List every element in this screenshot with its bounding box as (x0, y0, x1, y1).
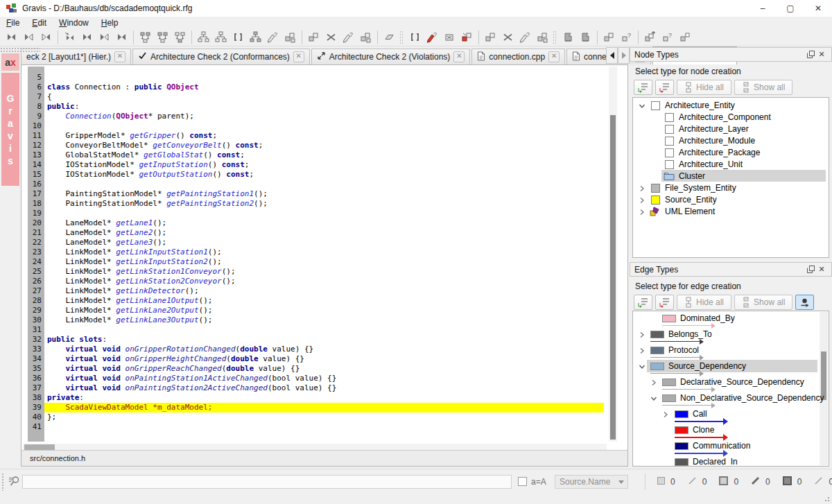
case-sensitive-checkbox[interactable] (518, 477, 527, 486)
expand-in-icon[interactable] (96, 28, 113, 46)
collapse-graph-icon[interactable] (3, 28, 20, 46)
node-type-architecture_layer[interactable]: Architecture_Layer (633, 124, 829, 134)
edge-type-belongs_to[interactable]: Belongs_To (633, 329, 829, 339)
edge-direction-toggle-button[interactable] (795, 295, 814, 310)
float-panel-icon[interactable] (805, 49, 816, 60)
chevron-right-icon[interactable] (639, 184, 645, 191)
chevron-down-icon[interactable] (639, 102, 645, 109)
delete2-icon[interactable] (499, 28, 517, 46)
float-panel-tab[interactable]: ax (1, 53, 19, 71)
chevron-down-icon[interactable] (650, 394, 657, 401)
expand-tree-green-button[interactable] (634, 295, 652, 310)
edge-type-protocol[interactable]: Protocol (633, 345, 829, 355)
menu-window[interactable]: Window (53, 18, 95, 28)
edge-type-declared_in[interactable]: Declared_In (633, 457, 829, 467)
expand-both-icon[interactable] (113, 28, 130, 46)
toolbar-drag-handle[interactable] (1, 473, 4, 491)
float-panel-icon[interactable] (805, 264, 816, 275)
collapse-tree-red-button[interactable] (655, 80, 674, 95)
expand-new-icon[interactable] (61, 28, 78, 46)
brackets2-icon[interactable] (406, 28, 424, 46)
edge-color-swatch[interactable] (662, 379, 676, 386)
node-type-architecture_unit[interactable]: Architecture_Unit (633, 159, 829, 169)
node-color-swatch[interactable] (651, 195, 660, 205)
collapse-left-icon[interactable] (20, 28, 37, 46)
edge-color-swatch[interactable] (675, 442, 688, 450)
node-type-file_system_entity[interactable]: File_System_Entity (633, 183, 829, 193)
show-all-button[interactable]: Show all (734, 295, 792, 310)
edge-color-swatch[interactable] (662, 394, 676, 402)
float-panel-drag-handle[interactable] (0, 47, 40, 52)
chevron-right-icon[interactable] (639, 331, 645, 338)
new-node-icon[interactable] (305, 28, 322, 46)
dominance-tree2-icon[interactable] (154, 28, 171, 46)
dominance-tree3-icon[interactable] (171, 28, 189, 46)
new-window-icon[interactable] (676, 28, 693, 46)
vertical-scroll-thumb[interactable] (610, 115, 616, 440)
edge-color-swatch[interactable] (650, 347, 664, 354)
close-panel-icon[interactable]: ✕ (816, 264, 827, 275)
edge-type-communication[interactable]: Communication (633, 441, 829, 451)
window-resize-grip[interactable] (823, 495, 830, 502)
delete-selection-icon[interactable] (322, 28, 340, 46)
whatsthis2-icon[interactable]: ? (659, 28, 676, 46)
tab-connection-cpp[interactable]: connection.cpp✕ (471, 49, 565, 64)
query-edit-icon[interactable]: ? (264, 28, 281, 46)
expand-tree-green-button[interactable] (634, 80, 652, 95)
node-type-architecture_module[interactable]: Architecture_Module (633, 136, 829, 146)
eraser-icon[interactable] (381, 28, 398, 46)
node-color-swatch[interactable] (665, 160, 674, 169)
open-pair-icon[interactable] (600, 28, 618, 46)
node-color-swatch[interactable] (651, 184, 660, 193)
node-type-architecture_entity[interactable]: Architecture_Entity (633, 101, 829, 110)
edge-color-swatch[interactable] (675, 458, 688, 466)
edge-color-swatch[interactable] (650, 363, 664, 370)
hide-all-button[interactable]: Hide all (677, 295, 731, 310)
menu-help[interactable]: Help (95, 18, 125, 28)
collapse-tree-red-button[interactable] (655, 295, 674, 310)
close-button[interactable]: ✕ (804, 0, 832, 17)
tree-red-icon[interactable] (458, 28, 476, 46)
chevron-right-icon[interactable] (639, 208, 645, 215)
new-node2-icon[interactable] (482, 28, 499, 46)
editor-vertical-scrollbar[interactable] (609, 67, 617, 442)
collapse-right-icon[interactable] (37, 28, 55, 46)
node-type-architecture_component[interactable]: Architecture_Component (633, 112, 829, 122)
edge-type-declarative_source_dependency[interactable]: Declarative_Source_Dependency (633, 377, 829, 387)
node-color-swatch[interactable] (665, 137, 674, 146)
tab-close-icon[interactable]: ✕ (453, 51, 465, 62)
save-pair-icon[interactable] (641, 28, 659, 46)
chevron-right-icon[interactable] (662, 410, 669, 417)
query-red-icon[interactable]: ? (424, 28, 441, 46)
search-input[interactable] (22, 475, 512, 489)
toolbar-break-handle[interactable] (400, 30, 404, 45)
edge-type-non_declarative_source_dependency[interactable]: Non_Declarative_Source_Dependency (633, 393, 829, 403)
edge-type-source_dependency[interactable]: Source_Dependency (633, 361, 829, 371)
minimize-button[interactable]: – (749, 0, 777, 17)
tab-close-icon[interactable]: ✕ (293, 51, 304, 62)
close-panel-icon[interactable]: ✕ (816, 49, 827, 60)
chevron-right-icon[interactable] (650, 379, 657, 385)
maximize-button[interactable]: ▢ (777, 0, 804, 17)
toolbar-break-handle[interactable] (553, 30, 557, 45)
node-color-swatch[interactable] (665, 113, 674, 122)
node-query-icon[interactable]: ? (340, 28, 357, 46)
copy-grid-icon[interactable] (281, 28, 299, 46)
dominance-tree-icon[interactable] (137, 28, 154, 46)
edge-color-swatch[interactable] (662, 315, 676, 322)
clear-box-icon[interactable] (441, 28, 458, 46)
hide-all-button[interactable]: Hide all (677, 80, 731, 95)
undo-view-icon[interactable] (560, 28, 577, 46)
tab-architecture-check-2-conformances-[interactable]: Architecture Check 2 (Conformances)✕ (132, 49, 310, 64)
show-all-button[interactable]: Show all (734, 80, 792, 95)
edge-type-dominated_by[interactable]: Dominated_By (633, 313, 829, 323)
float-close-icon[interactable]: x (10, 57, 16, 68)
menu-edit[interactable]: Edit (26, 18, 53, 28)
tab-scroll-right-button[interactable] (618, 47, 630, 64)
edge-type-call[interactable]: Call (633, 409, 829, 419)
hierarchy-up-icon[interactable] (195, 28, 212, 46)
gravis-vertical-strip[interactable]: Gravis (1, 73, 19, 186)
node-color-swatch[interactable] (665, 125, 674, 134)
redo-view-icon[interactable] (577, 28, 594, 46)
group-brackets-icon[interactable] (229, 28, 247, 46)
